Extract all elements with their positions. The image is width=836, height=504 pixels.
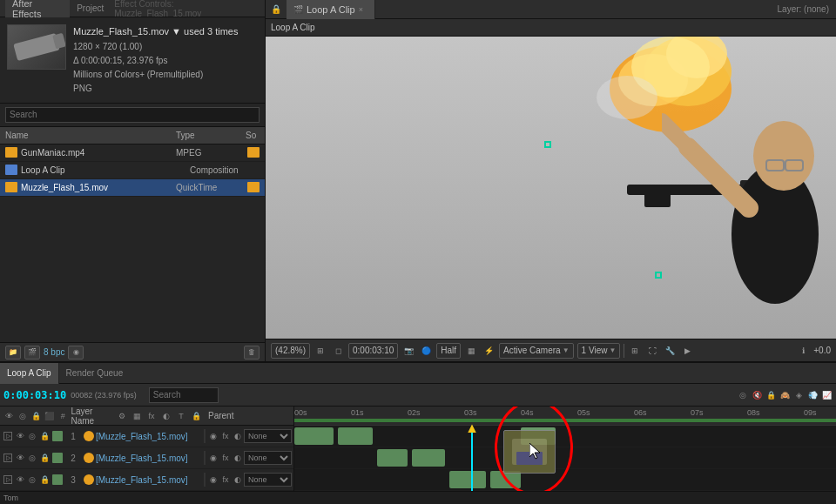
track-name-2[interactable]: [Muzzle_Flash_15.mov] <box>96 454 202 463</box>
track-fx-sw-2[interactable]: fx <box>219 452 232 464</box>
track-solo-2[interactable]: ◎ <box>26 452 38 464</box>
track-icon-1 <box>84 431 94 441</box>
item-name-1: GunManiac.mp4 <box>21 148 176 158</box>
color-depth-btn[interactable]: ◉ <box>68 346 84 360</box>
track-parent-3[interactable]: None <box>244 473 292 487</box>
trash-btn[interactable]: 🗑 <box>244 346 260 360</box>
track-blend-sw-2[interactable]: ◐ <box>232 452 244 464</box>
clip-1-b[interactable] <box>338 427 373 445</box>
frame-blend-icon[interactable]: ◈ <box>792 389 805 401</box>
project-item-1[interactable]: GunManiac.mp4 MPEG <box>0 144 265 162</box>
new-folder-btn[interactable]: 📁 <box>5 346 21 360</box>
track-row-1[interactable]: ▷ 👁 ◎ 🔒 1 [Muzzle_Flash_15.mov] ◉ fx ◐ N… <box>0 426 293 447</box>
track-visibility-sw-1[interactable]: ◉ <box>207 430 219 442</box>
color-icon[interactable]: 🔵 <box>419 344 433 358</box>
track-lock-2[interactable]: 🔒 <box>38 452 51 464</box>
track-expand-1[interactable]: ▷ <box>3 432 12 440</box>
track-vis-3[interactable]: 👁 <box>14 474 26 486</box>
clip-2-b[interactable] <box>412 449 445 467</box>
track-row-2[interactable]: ▷ 👁 ◎ 🔒 2 [Muzzle_Flash_15.mov] ◉ fx ◐ N… <box>0 447 293 469</box>
motion-blur-icon[interactable]: 💨 <box>806 389 819 401</box>
blend-icon[interactable]: ◐ <box>160 410 172 422</box>
track-num-btn[interactable]: # <box>57 410 68 422</box>
shy-icon[interactable]: 🙈 <box>779 389 791 401</box>
track-lock-btn[interactable]: 🔒 <box>30 410 41 422</box>
solo-icon[interactable]: ◎ <box>737 389 749 401</box>
clip-3-b[interactable] <box>490 471 521 488</box>
timeline-tab-loop[interactable]: Loop A Clip <box>0 363 59 384</box>
comp-tab-loop[interactable]: 🎬 Loop A Clip × <box>287 0 375 19</box>
col-name-header: Name <box>5 131 148 140</box>
switches-icon[interactable]: ⚙ <box>116 410 128 422</box>
track-fx-sw-3[interactable]: fx <box>219 474 232 486</box>
quality-display[interactable]: Half <box>436 343 461 359</box>
track-vis-2[interactable]: 👁 <box>14 452 26 464</box>
track-num-2: 2 <box>64 454 82 463</box>
track-solo-1[interactable]: ◎ <box>26 430 38 442</box>
thumb-resolution: 1280 × 720 (1.00) <box>73 40 258 54</box>
track-expand-3[interactable]: ▷ <box>3 475 12 484</box>
render-icon[interactable]: 🔧 <box>663 344 677 358</box>
layout-icon[interactable]: ⊞ <box>628 344 642 358</box>
track-visibility-sw-2[interactable]: ◉ <box>207 452 219 464</box>
track-lock-3[interactable]: 🔒 <box>38 474 51 486</box>
track-color-2 <box>52 453 63 463</box>
character-svg <box>662 60 836 339</box>
track-fx-sw-1[interactable]: fx <box>219 430 232 442</box>
col-type-header: Type <box>176 131 246 140</box>
mute-icon[interactable]: 🔇 <box>751 389 763 401</box>
new-comp-btn[interactable]: 🎬 <box>24 346 40 360</box>
track-parent-2[interactable]: None <box>244 451 292 465</box>
timeline-timecode[interactable]: 0:00:03:10 <box>3 389 66 401</box>
graph-editor-icon[interactable]: 📈 <box>820 389 833 401</box>
modes-icon[interactable]: ▦ <box>131 410 143 422</box>
timeline-tracks-right[interactable]: 00s 01s 02s 03s 04s 05s 06s 07s 08s 09s <box>294 407 836 491</box>
track-lock-1[interactable]: 🔒 <box>38 430 51 442</box>
track-name-1[interactable]: [Muzzle_Flash_15.mov] <box>96 432 202 441</box>
info-icon[interactable]: ℹ <box>796 344 810 358</box>
fullscreen-icon[interactable]: ⛶ <box>645 344 659 358</box>
timeline-search-input[interactable] <box>149 387 219 403</box>
track-parent-1[interactable]: None <box>244 429 292 443</box>
search-input[interactable] <box>5 107 260 123</box>
track-sep-1 <box>204 429 206 443</box>
grid-icon[interactable]: ⊞ <box>314 344 327 358</box>
active-camera-button[interactable]: Active Camera ▼ <box>499 343 574 359</box>
svg-point-5 <box>597 76 657 119</box>
display-icon[interactable]: ▦ <box>464 344 478 358</box>
project-tab-label: After Effects <box>12 0 41 19</box>
clip-1-a[interactable] <box>294 427 334 445</box>
lock-icon[interactable]: 🔒 <box>765 389 777 401</box>
project-item-2[interactable]: Loop A Clip Composition <box>0 162 265 179</box>
zoom-display[interactable]: (42.8%) <box>271 343 310 359</box>
track-blend-sw-1[interactable]: ◐ <box>232 430 244 442</box>
region-icon[interactable]: ◻ <box>331 344 345 358</box>
track-solo-btn[interactable]: ◎ <box>17 410 27 422</box>
track-name-3[interactable]: [Muzzle_Flash_15.mov] <box>96 475 202 485</box>
track-row-3[interactable]: ▷ 👁 ◎ 🔒 3 [Muzzle_Flash_15.mov] ◉ fx ◐ N… <box>0 469 293 491</box>
track-vis-1[interactable]: 👁 <box>14 430 26 442</box>
track-blend-sw-3[interactable]: ◐ <box>232 474 244 486</box>
timeline-toolbar: 0:00:03:10 00082 (23.976 fps) ◎ 🔇 🔒 🙈 ◈ … <box>0 384 836 407</box>
lock2-icon[interactable]: 🔒 <box>190 410 202 422</box>
clip-3-a[interactable] <box>449 471 486 488</box>
fast-preview-icon[interactable]: ⚡ <box>482 344 496 358</box>
parent-header: Parent <box>208 411 233 420</box>
project-item-3[interactable]: Muzzle_Flash_15.mov QuickTime <box>0 179 265 197</box>
comp-viewer <box>266 37 836 339</box>
view-button[interactable]: 1 View ▼ <box>577 343 621 359</box>
track-expand-2[interactable]: ▷ <box>3 454 12 462</box>
track-label-btn[interactable]: ⬛ <box>44 410 54 422</box>
timecode-display[interactable]: 0:00:03:10 <box>348 343 398 359</box>
close-icon[interactable]: × <box>359 5 367 14</box>
track-solo-3[interactable]: ◎ <box>26 474 38 486</box>
track-matte-icon[interactable]: T <box>175 410 187 422</box>
camera-icon[interactable]: 📷 <box>401 344 415 358</box>
fx-icon[interactable]: fx <box>145 410 158 422</box>
preview-icon[interactable]: ▶ <box>680 344 694 358</box>
track-visibility-sw-3[interactable]: ◉ <box>207 474 219 486</box>
render-queue-tab[interactable]: Render Queue <box>59 363 131 384</box>
search-bar <box>0 104 265 127</box>
track-eye-icon[interactable]: 👁 <box>3 410 14 422</box>
clip-2-a[interactable] <box>377 449 408 467</box>
